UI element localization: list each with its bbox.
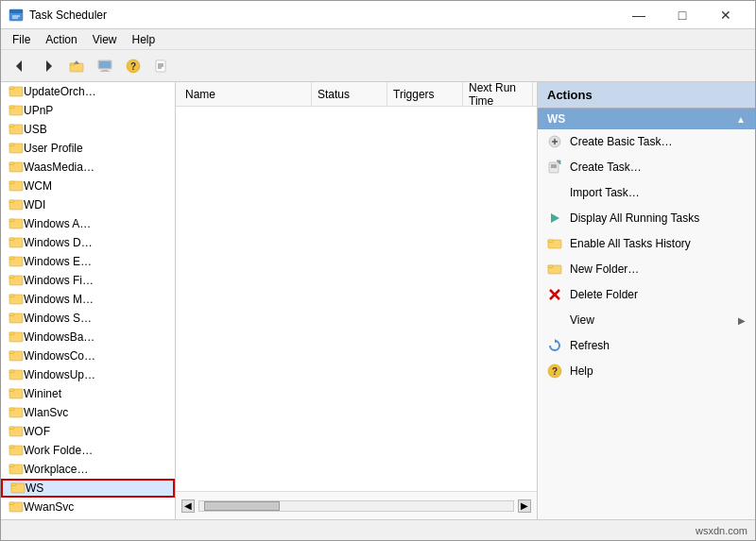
- action-item-create-task-[interactable]: Create Task…: [538, 155, 755, 180]
- tree-item-wof[interactable]: WOF: [1, 422, 175, 441]
- action-item-enable-all-tasks-history-label: Enable All Tasks History: [570, 237, 746, 250]
- actions-section-ws[interactable]: WS ▲: [538, 109, 755, 129]
- tree-item-workplace-[interactable]: Workplace…: [1, 460, 175, 479]
- tree-item-windows-fi-[interactable]: Windows Fi…: [1, 271, 175, 290]
- svg-rect-48: [9, 351, 14, 354]
- col-name-header[interactable]: Name: [180, 82, 312, 106]
- folder-icon: [9, 235, 24, 251]
- tree-item-windows-e-[interactable]: Windows E…: [1, 252, 175, 271]
- action-item-delete-folder[interactable]: Delete Folder: [538, 282, 755, 308]
- main-window: Task Scheduler — □ ✕ File Action View He…: [0, 0, 756, 541]
- tree-item-label: UPnP: [24, 104, 53, 117]
- tree-item-updateorch-[interactable]: UpdateOrch…: [1, 82, 175, 101]
- action-item-refresh[interactable]: Refresh: [538, 333, 755, 359]
- menu-help[interactable]: Help: [125, 31, 163, 48]
- action-item-display-all-running-tasks[interactable]: Display All Running Tasks: [538, 206, 755, 231]
- folder-icon: [9, 178, 24, 194]
- tree-item-wwansvc[interactable]: WwanSvc: [1, 498, 175, 516]
- action-item-create-basic-task--label: Create Basic Task…: [570, 135, 746, 148]
- tree-item-upnp[interactable]: UPnP: [1, 101, 175, 120]
- forward-button[interactable]: [35, 54, 61, 78]
- close-button[interactable]: ✕: [704, 1, 747, 29]
- maximize-button[interactable]: □: [661, 1, 704, 29]
- folder-icon: [9, 292, 24, 308]
- scroll-right-btn[interactable]: ▶: [518, 499, 531, 513]
- help-toolbar-button[interactable]: ?: [120, 54, 146, 78]
- tree-panel[interactable]: UpdateOrch… UPnP USB User Profile WaasMe…: [1, 82, 176, 519]
- svg-marker-5: [46, 60, 52, 72]
- center-panel: Name Status Triggers Next Run Time ◀ ▶: [176, 82, 538, 519]
- folder-icon: [9, 367, 24, 383]
- tree-item-label: Windows E…: [24, 255, 92, 268]
- svg-rect-38: [9, 257, 14, 260]
- tree-item-usb[interactable]: USB: [1, 120, 175, 139]
- action-item-enable-all-tasks-history[interactable]: Enable All Tasks History: [538, 231, 755, 257]
- tree-item-windowsup-[interactable]: WindowsUp…: [1, 365, 175, 384]
- minimize-button[interactable]: —: [617, 1, 661, 29]
- back-button[interactable]: [7, 54, 33, 78]
- svg-rect-78: [548, 265, 553, 268]
- tree-item-user-profile[interactable]: User Profile: [1, 139, 175, 158]
- tree-item-windows-a-[interactable]: Windows A…: [1, 214, 175, 233]
- action-item-new-folder-[interactable]: New Folder…: [538, 257, 755, 282]
- title-bar-left: Task Scheduler: [9, 8, 107, 23]
- svg-rect-42: [9, 295, 14, 297]
- svg-text:?: ?: [552, 366, 558, 377]
- svg-rect-56: [9, 427, 14, 430]
- folder-icon: [9, 254, 24, 270]
- title-controls: — □ ✕: [617, 1, 747, 29]
- tree-item-label: UpdateOrch…: [24, 85, 96, 98]
- svg-rect-36: [9, 238, 14, 241]
- tree-item-waasmedia-[interactable]: WaasMedia…: [1, 158, 175, 177]
- tree-item-label: Windows D…: [24, 236, 93, 249]
- tree-item-label: Wininet: [24, 387, 61, 400]
- tree-item-label: WS: [26, 482, 43, 495]
- tree-item-wdi[interactable]: WDI: [1, 195, 175, 214]
- folder-icon: [9, 84, 24, 100]
- menu-bar: File Action View Help: [1, 29, 755, 50]
- computer-button[interactable]: [92, 54, 118, 78]
- col-triggers-header[interactable]: Triggers: [387, 82, 463, 106]
- toolbar: ?: [1, 50, 755, 82]
- action-item-help[interactable]: ?Help: [538, 359, 755, 384]
- svg-rect-22: [9, 106, 14, 109]
- tree-item-label: USB: [24, 123, 47, 136]
- tree-item-windows-s-[interactable]: Windows S…: [1, 309, 175, 328]
- svg-rect-28: [9, 162, 14, 165]
- action-item-create-basic-task-[interactable]: Create Basic Task…: [538, 129, 755, 155]
- horizontal-scrollbar[interactable]: [198, 500, 514, 512]
- action-item-view[interactable]: View▶: [538, 308, 755, 333]
- tree-item-ws[interactable]: WS: [1, 479, 175, 498]
- tree-item-label: WwanSvc: [24, 500, 74, 514]
- action-item-import-task-[interactable]: Import Task…: [538, 180, 755, 206]
- list-body: [176, 107, 537, 491]
- col-next-header[interactable]: Next Run Time: [463, 82, 533, 106]
- tree-item-windows-d-[interactable]: Windows D…: [1, 233, 175, 252]
- main-content: UpdateOrch… UPnP USB User Profile WaasMe…: [1, 82, 755, 519]
- menu-action[interactable]: Action: [38, 31, 84, 48]
- menu-view[interactable]: View: [85, 31, 125, 48]
- tree-item-label: Windows M…: [24, 293, 94, 306]
- export-button[interactable]: [148, 54, 175, 78]
- tree-item-wlansvc[interactable]: WlanSvc: [1, 403, 175, 422]
- tree-item-windowsco-[interactable]: WindowsCo…: [1, 347, 175, 365]
- svg-rect-32: [9, 200, 14, 203]
- action-item-refresh-label: Refresh: [570, 339, 746, 352]
- scroll-left-btn[interactable]: ◀: [181, 499, 195, 513]
- folder-up-button[interactable]: [63, 54, 90, 78]
- scrollbar-thumb: [204, 501, 280, 511]
- tree-item-wcm[interactable]: WCM: [1, 177, 175, 195]
- menu-file[interactable]: File: [5, 31, 38, 48]
- tree-item-windowsba-[interactable]: WindowsBa…: [1, 328, 175, 347]
- folder-icon: [9, 103, 24, 119]
- tree-item-label: WindowsUp…: [24, 368, 95, 381]
- window-title: Task Scheduler: [29, 8, 107, 22]
- svg-rect-52: [9, 389, 14, 392]
- folder-icon: [9, 160, 24, 176]
- tree-item-wininet[interactable]: Wininet: [1, 384, 175, 403]
- col-status-header[interactable]: Status: [312, 82, 387, 106]
- tree-item-work-folde-[interactable]: Work Folde…: [1, 441, 175, 460]
- tree-item-windows-m-[interactable]: Windows M…: [1, 290, 175, 309]
- folder-icon: [9, 424, 24, 440]
- svg-rect-58: [9, 446, 14, 448]
